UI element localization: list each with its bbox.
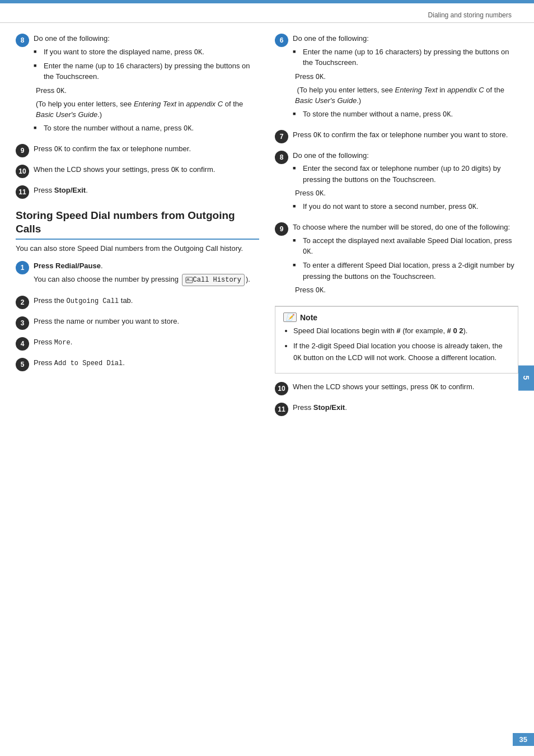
list-item: Enter the name (up to 16 characters) by … xyxy=(34,60,259,82)
step-5-content: Press Add to Speed Dial. xyxy=(34,357,259,371)
list-item: To accept the displayed next available S… xyxy=(293,235,518,258)
call-history-label: Call History xyxy=(193,275,241,285)
step-1-text: Press Redial/Pause. xyxy=(34,260,259,272)
step-8-right-bullets: Enter the second fax or telephone number… xyxy=(293,163,518,185)
page-header: Dialing and storing numbers xyxy=(0,3,534,23)
step-2-content: Press the Outgoing Call tab. xyxy=(34,295,259,309)
step-9-left: 9 Press OK to confirm the fax or telepho… xyxy=(16,143,259,157)
step-10-left-text: When the LCD shows your settings, press … xyxy=(34,164,259,175)
left-column: 8 Do one of the following: If you want t… xyxy=(16,33,259,423)
step-10-right: 10 When the LCD shows your settings, pre… xyxy=(275,381,518,395)
list-item: Enter the name (up to 16 characters) by … xyxy=(293,46,518,68)
step-11-right-circle: 11 xyxy=(275,403,288,416)
step-8-left-content: Do one of the following: If you want to … xyxy=(34,33,259,137)
step-11-left-circle: 11 xyxy=(16,185,29,199)
step-8-right-text: Do one of the following: xyxy=(293,150,518,161)
step-3: 3 Press the name or number you want to s… xyxy=(16,316,259,330)
note-label: Note xyxy=(300,313,317,322)
step-10-right-text: When the LCD shows your settings, press … xyxy=(293,381,518,393)
step-11-right-text: Press Stop/Exit. xyxy=(293,402,518,413)
step-9-right-ok: Press OK. xyxy=(295,284,518,296)
step-4-circle: 4 xyxy=(16,337,29,351)
header-label: Dialing and storing numbers xyxy=(428,11,512,19)
step-11-left-content: Press Stop/Exit. xyxy=(34,185,259,198)
step-9-left-content: Press OK to confirm the fax or telephone… xyxy=(34,143,259,157)
list-item: Speed Dial locations begin with # (for e… xyxy=(293,325,510,337)
step-5-circle: 5 xyxy=(16,358,29,371)
step-8-press-ok: Press OK. xyxy=(36,85,259,96)
step-11-right-content: Press Stop/Exit. xyxy=(293,402,518,416)
svg-rect-0 xyxy=(186,277,193,283)
step-6-right-bullets: Enter the name (up to 16 characters) by … xyxy=(293,46,518,68)
step-8-left-circle: 8 xyxy=(16,34,29,47)
step-8-right-circle: 8 xyxy=(275,151,288,164)
step-9-right-sub: Press OK. xyxy=(295,284,518,296)
phone-icon xyxy=(185,277,193,283)
step-7-right-text: Press OK to confirm the fax or telephone… xyxy=(293,129,518,141)
section-heading: Storing Speed Dial numbers from Outgoing… xyxy=(16,209,259,240)
step-9-right-bullets: To accept the displayed next available S… xyxy=(293,235,518,282)
step-2: 2 Press the Outgoing Call tab. xyxy=(16,295,259,309)
step-8-hint: (To help you enter letters, see Entering… xyxy=(36,99,259,120)
step-3-circle: 3 xyxy=(16,316,29,330)
list-item: To store the number without a name, pres… xyxy=(34,123,259,134)
step-7-right-circle: 7 xyxy=(275,130,288,143)
step-9-left-text: Press OK to confirm the fax or telephone… xyxy=(34,143,259,155)
step-10-left-content: When the LCD shows your settings, press … xyxy=(34,164,259,178)
step-9-right-text: To choose where the number will be store… xyxy=(293,222,518,233)
side-tab: 5 xyxy=(518,366,534,391)
call-history-button-icon: Call History xyxy=(182,274,245,286)
step-10-left-circle: 10 xyxy=(16,165,29,178)
step-6-right-text: Do one of the following: xyxy=(293,33,518,44)
step-8-left-bullets: If you want to store the displayed name,… xyxy=(34,46,259,82)
list-item: To enter a different Speed Dial location… xyxy=(293,260,518,282)
step-6-press-ok: Press OK. xyxy=(295,71,518,82)
step-2-text: Press the Outgoing Call tab. xyxy=(34,295,259,306)
note-title: 📝 Note xyxy=(283,312,510,322)
list-item: If you do not want to store a second num… xyxy=(293,201,518,212)
list-item: If the 2-digit Speed Dial location you c… xyxy=(293,340,510,364)
note-list: Speed Dial locations begin with # (for e… xyxy=(283,325,510,364)
page-number-container: 35 xyxy=(513,733,534,746)
svg-rect-1 xyxy=(187,278,189,280)
step-8-left: 8 Do one of the following: If you want t… xyxy=(16,33,259,137)
step-9-right: 9 To choose where the number will be sto… xyxy=(275,222,518,298)
step-8-right-bullets-2: If you do not want to store a second num… xyxy=(293,201,518,212)
step-1-sub: You can also choose the number by pressi… xyxy=(34,274,259,286)
step-4-text: Press More. xyxy=(34,337,259,348)
step-6-right-bullets-2: To store the number without a name, pres… xyxy=(293,109,518,120)
step-4-content: Press More. xyxy=(34,337,259,350)
step-6-right: 6 Do one of the following: Enter the nam… xyxy=(275,33,518,123)
list-item: If you want to store the displayed name,… xyxy=(34,46,259,58)
page-number: 35 xyxy=(513,733,534,746)
step-11-left-text: Press Stop/Exit. xyxy=(34,185,259,196)
step-8-left-bullets-2: To store the number without a name, pres… xyxy=(34,123,259,134)
list-item: To store the number without a name, pres… xyxy=(293,109,518,120)
step-10-right-circle: 10 xyxy=(275,382,288,395)
step-6-hint: (To help you enter letters, see Entering… xyxy=(295,85,518,106)
step-9-right-circle: 9 xyxy=(275,222,288,236)
step-5-text: Press Add to Speed Dial. xyxy=(34,357,259,368)
right-column: 6 Do one of the following: Enter the nam… xyxy=(275,33,518,423)
step-4: 4 Press More. xyxy=(16,337,259,351)
step-8-left-sub: Press OK. (To help you enter letters, se… xyxy=(36,85,259,120)
step-11-right: 11 Press Stop/Exit. xyxy=(275,402,518,416)
step-8-right-ok: Press OK. xyxy=(295,188,518,199)
step-11-left: 11 Press Stop/Exit. xyxy=(16,185,259,199)
list-item: Enter the second fax or telephone number… xyxy=(293,163,518,185)
step-1: 1 Press Redial/Pause. You can also choos… xyxy=(16,260,259,288)
step-6-right-sub: Press OK. (To help you enter letters, se… xyxy=(295,71,518,106)
step-3-content: Press the name or number you want to sto… xyxy=(34,316,259,329)
note-icon: 📝 xyxy=(283,312,297,322)
note-box: 📝 Note Speed Dial locations begin with #… xyxy=(275,306,518,374)
step-7-right: 7 Press OK to confirm the fax or telepho… xyxy=(275,129,518,143)
step-10-right-content: When the LCD shows your settings, press … xyxy=(293,381,518,395)
section-intro: You can also store Speed Dial numbers fr… xyxy=(16,243,259,254)
step-9-right-content: To choose where the number will be store… xyxy=(293,222,518,298)
step-7-right-content: Press OK to confirm the fax or telephone… xyxy=(293,129,518,143)
step-2-circle: 2 xyxy=(16,296,29,309)
step-10-left: 10 When the LCD shows your settings, pre… xyxy=(16,164,259,178)
step-8-right-content: Do one of the following: Enter the secon… xyxy=(293,150,518,216)
step-1-circle: 1 xyxy=(16,261,29,274)
step-1-content: Press Redial/Pause. You can also choose … xyxy=(34,260,259,288)
